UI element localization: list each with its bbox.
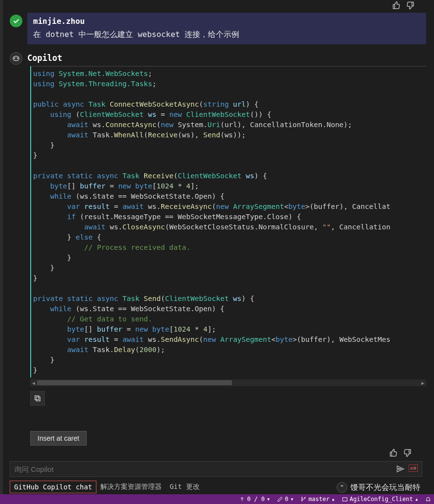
svg-rect-3 — [36, 397, 40, 401]
check-avatar-icon — [10, 15, 22, 27]
send-icon[interactable] — [396, 465, 405, 473]
tab-git-changes[interactable]: Git 更改 — [166, 481, 204, 493]
thumbs-up-icon[interactable] — [389, 448, 398, 457]
bell-icon — [425, 496, 431, 502]
thumbs-up-icon[interactable] — [392, 1, 401, 10]
scroll-right-icon[interactable]: ▶ — [419, 380, 426, 386]
scroll-left-icon[interactable]: ◀ — [30, 380, 37, 386]
scroll-thumb[interactable] — [37, 380, 232, 385]
assistant-name: Copilot — [27, 50, 62, 66]
user-name: minjie.zhou — [33, 17, 420, 26]
wechat-icon: ❝ — [337, 482, 347, 493]
clear-icon[interactable]: ✕≡ — [409, 465, 418, 472]
svg-point-1 — [17, 57, 19, 59]
chevron-up-icon: ▴ — [331, 496, 335, 503]
panel-tabs: GitHub Copilot chat 解决方案资源管理器 Git 更改 ❝ 馒… — [3, 479, 429, 494]
insert-at-caret-button[interactable]: Insert at caret — [30, 431, 87, 446]
chat-input-row: ✕≡ — [10, 461, 422, 477]
git-branch-icon — [301, 496, 306, 502]
copilot-avatar-icon — [10, 52, 22, 65]
chevron-down-icon: ▾ — [290, 496, 294, 503]
arrow-up-icon — [239, 496, 245, 502]
watermark: ❝ 馒哥不光会玩当耐特 — [337, 482, 420, 493]
svg-point-6 — [302, 500, 302, 501]
chevron-down-icon: ▾ — [266, 496, 270, 503]
status-bar: 0 / 0 ▾ 0 ▾ master ▴ AgileConfig_Client … — [0, 494, 434, 504]
chevron-up-icon: ▴ — [415, 496, 418, 503]
svg-rect-4 — [35, 396, 39, 400]
svg-point-7 — [304, 497, 305, 498]
status-project[interactable]: AgileConfig_Client ▴ — [342, 496, 418, 503]
svg-rect-8 — [342, 498, 347, 501]
code-block[interactable]: using System.Net.WebSockets; using Syste… — [30, 66, 426, 377]
tab-github-copilot-chat[interactable]: GitHub Copilot chat — [10, 481, 96, 493]
copy-code-button[interactable] — [30, 391, 45, 406]
feedback-top — [3, 0, 429, 13]
svg-point-0 — [14, 57, 16, 59]
status-branch[interactable]: master ▴ — [301, 496, 335, 503]
thumbs-down-icon[interactable] — [403, 448, 412, 457]
feedback-bottom — [10, 446, 426, 461]
thumbs-down-icon[interactable] — [406, 1, 415, 10]
pencil-icon — [277, 496, 283, 502]
status-warnings[interactable]: 0 ▾ — [277, 496, 294, 503]
assistant-message: Copilot — [10, 50, 426, 66]
user-message: minjie.zhou 在 dotnet 中一般怎么建立 websocket 连… — [10, 13, 426, 44]
tab-solution-explorer[interactable]: 解决方案资源管理器 — [96, 481, 166, 493]
svg-point-5 — [302, 497, 302, 498]
horizontal-scrollbar[interactable]: ◀ ▶ — [30, 379, 426, 386]
user-message-text: 在 dotnet 中一般怎么建立 websocket 连接，给个示例 — [33, 29, 420, 40]
folder-icon — [342, 496, 348, 502]
chat-input[interactable] — [14, 465, 396, 473]
status-notification-icon[interactable] — [425, 496, 431, 502]
status-errors[interactable]: 0 / 0 ▾ — [239, 496, 270, 503]
